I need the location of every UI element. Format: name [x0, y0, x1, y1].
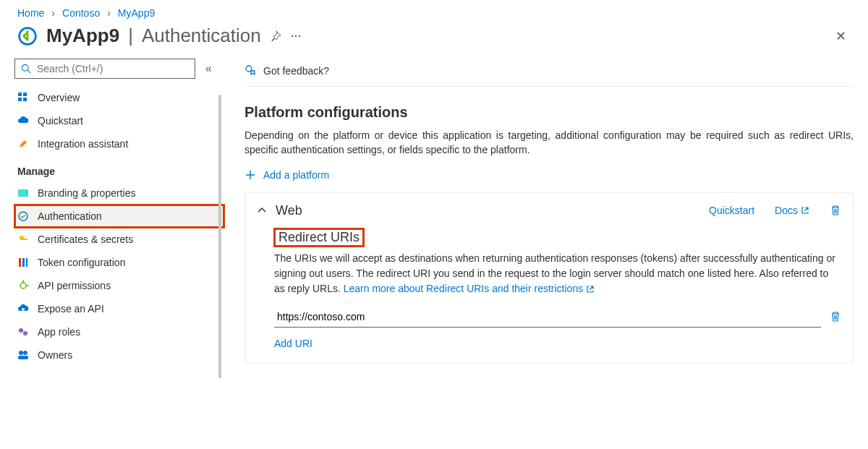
- sidebar: « Overview Quickstart Integration assist…: [0, 59, 224, 378]
- svg-rect-8: [18, 98, 22, 101]
- redirect-uris-heading: Redirect URIs: [274, 228, 364, 247]
- sidebar-item-label: API permissions: [38, 280, 111, 291]
- svg-rect-16: [26, 258, 27, 267]
- svg-point-4: [22, 64, 28, 71]
- search-field[interactable]: [35, 62, 189, 75]
- chevron-up-icon[interactable]: [257, 205, 267, 215]
- sidebar-item-label: Certificates & secrets: [38, 234, 133, 245]
- platform-card-web: Web Quickstart Docs Redirect URIs The UR…: [244, 192, 854, 364]
- pin-icon[interactable]: [270, 30, 281, 42]
- platform-web-title: Web: [276, 203, 689, 218]
- sidebar-item-label: Owners: [38, 349, 72, 361]
- svg-point-17: [20, 283, 26, 288]
- svg-rect-6: [18, 93, 22, 96]
- sidebar-item-token[interactable]: Token configuration: [14, 251, 224, 274]
- sidebar-item-overview[interactable]: Overview: [14, 86, 224, 109]
- breadcrumb: Home › Contoso › MyApp9: [0, 0, 868, 22]
- cloud-icon: [17, 115, 29, 127]
- svg-point-2: [294, 35, 296, 36]
- svg-point-23: [19, 351, 23, 355]
- sidebar-item-label: Quickstart: [38, 115, 83, 127]
- svg-line-5: [27, 70, 30, 73]
- api-permissions-icon: [17, 280, 29, 291]
- svg-rect-13: [22, 239, 27, 240]
- learn-more-link[interactable]: Learn more about Redirect URIs and their…: [344, 283, 595, 294]
- svg-rect-15: [22, 258, 25, 267]
- sidebar-item-label: Expose an API: [38, 303, 104, 315]
- sidebar-item-authentication[interactable]: Authentication: [14, 205, 224, 228]
- sidebar-item-integration[interactable]: Integration assistant: [14, 132, 224, 155]
- scrollbar[interactable]: [218, 95, 221, 378]
- svg-point-24: [23, 351, 27, 355]
- plus-icon: [244, 169, 256, 181]
- delete-uri-button[interactable]: [830, 311, 841, 322]
- svg-point-1: [291, 35, 292, 36]
- redirect-uris-desc: The URIs we will accept as destinations …: [274, 251, 841, 296]
- chevron-right-icon: ›: [107, 7, 111, 19]
- main-content: Got feedback? Platform configurations De…: [224, 59, 868, 378]
- redirect-uri-row: [274, 307, 841, 328]
- sidebar-item-label: Overview: [38, 92, 80, 103]
- feedback-button[interactable]: Got feedback?: [244, 59, 854, 87]
- svg-rect-10: [18, 189, 28, 197]
- token-icon: [17, 257, 29, 268]
- breadcrumb-home[interactable]: Home: [17, 7, 44, 19]
- breadcrumb-app[interactable]: MyApp9: [118, 7, 155, 19]
- search-icon: [21, 64, 31, 74]
- redirect-uri-input[interactable]: [274, 307, 821, 328]
- add-platform-button[interactable]: Add a platform: [244, 169, 854, 181]
- svg-rect-14: [19, 258, 21, 267]
- sidebar-item-label: Integration assistant: [38, 138, 128, 150]
- grid-icon: [17, 92, 29, 103]
- rocket-icon: [17, 138, 29, 150]
- sidebar-item-branding[interactable]: Branding & properties: [14, 181, 224, 205]
- sidebar-item-api-permissions[interactable]: API permissions: [14, 274, 224, 297]
- svg-point-20: [22, 308, 25, 311]
- sidebar-item-app-roles[interactable]: App roles: [14, 320, 224, 343]
- close-icon[interactable]: ✕: [835, 28, 851, 44]
- svg-point-22: [23, 331, 27, 335]
- external-link-icon: [586, 285, 595, 294]
- key-icon: [17, 234, 29, 245]
- svg-rect-9: [23, 98, 27, 101]
- add-platform-label: Add a platform: [263, 169, 329, 181]
- sidebar-item-label: Branding & properties: [38, 187, 135, 199]
- sidebar-item-certificates[interactable]: Certificates & secrets: [14, 228, 224, 251]
- svg-point-3: [298, 35, 299, 36]
- more-icon[interactable]: [290, 30, 302, 42]
- sidebar-item-expose-api[interactable]: Expose an API: [14, 297, 224, 320]
- page-title-bar: MyApp9 | Authentication ✕: [0, 22, 868, 59]
- quickstart-link[interactable]: Quickstart: [709, 205, 754, 216]
- expose-api-icon: [17, 303, 29, 315]
- branding-icon: [17, 187, 29, 199]
- sidebar-item-quickstart[interactable]: Quickstart: [14, 109, 224, 132]
- platform-config-title: Platform configurations: [244, 104, 854, 121]
- chevron-right-icon: ›: [51, 7, 55, 19]
- svg-point-21: [19, 328, 23, 333]
- sidebar-item-label: Token configuration: [38, 257, 125, 268]
- feedback-icon: [244, 64, 258, 77]
- delete-platform-button[interactable]: [830, 205, 841, 216]
- trash-icon: [830, 311, 841, 322]
- owners-icon: [17, 349, 29, 361]
- platform-config-desc: Depending on the platform or device this…: [244, 128, 854, 158]
- breadcrumb-tenant[interactable]: Contoso: [62, 7, 100, 19]
- auth-icon: [17, 210, 29, 222]
- app-registration-icon: [17, 26, 38, 46]
- svg-rect-25: [18, 356, 28, 359]
- trash-icon: [830, 205, 841, 216]
- sidebar-section-manage: Manage: [14, 155, 224, 181]
- collapse-icon[interactable]: «: [205, 62, 212, 75]
- feedback-label: Got feedback?: [263, 65, 329, 77]
- app-name: MyApp9: [46, 25, 119, 47]
- svg-rect-7: [23, 93, 27, 96]
- search-input[interactable]: [14, 59, 195, 79]
- sidebar-item-owners[interactable]: Owners: [14, 343, 224, 367]
- sidebar-item-label: Authentication: [38, 210, 102, 222]
- app-roles-icon: [17, 326, 29, 338]
- external-link-icon: [801, 206, 809, 215]
- page-title: Authentication: [142, 25, 261, 47]
- add-uri-button[interactable]: Add URI: [274, 338, 312, 349]
- docs-link[interactable]: Docs: [775, 205, 809, 216]
- sidebar-item-label: App roles: [38, 326, 80, 338]
